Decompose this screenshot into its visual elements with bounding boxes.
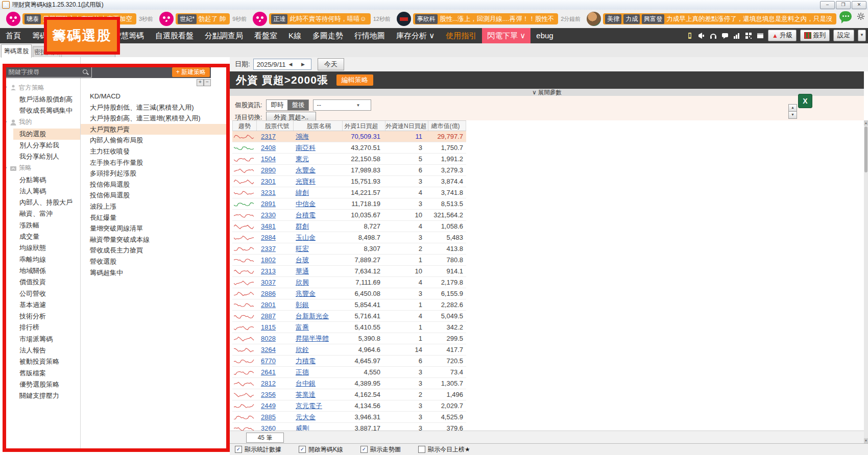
sidebar-item[interactable]: 我的選股 <box>13 129 80 140</box>
strategy-list-item[interactable]: 長紅爆量 <box>81 212 229 223</box>
nav-item-4[interactable]: 自選股看盤 <box>150 28 199 43</box>
sidebar-item[interactable]: 法人報告 <box>13 345 80 356</box>
strategy-list-item[interactable]: 多頭排列起漲股 <box>81 168 229 179</box>
ticker-message-pill[interactable]: 世紀*勃起了 帥 <box>176 13 230 24</box>
strategy-list-item[interactable]: 內部人偷偷布局股 <box>81 135 229 146</box>
nav-item-9[interactable]: 行情地圖 <box>349 28 391 43</box>
sidebar-item[interactable]: 漲跌幅 <box>13 220 80 231</box>
sidebar-item[interactable]: 基本過濾 <box>13 299 80 311</box>
stock-code-link[interactable]: 2313 <box>257 267 294 275</box>
stock-code-link[interactable]: 2891 <box>257 200 294 208</box>
sidebar-group-0[interactable]: ▼官方策略 <box>3 82 44 93</box>
stock-code-link[interactable]: 1815 <box>257 323 294 331</box>
message-icon[interactable] <box>721 32 729 40</box>
column-header-1[interactable]: 股票代號 <box>257 121 294 131</box>
nav-item-0[interactable]: 首頁 <box>0 28 27 43</box>
stock-name-link[interactable]: 群創 <box>294 222 343 231</box>
stock-name-link[interactable]: 台中銀 <box>294 379 343 388</box>
stock-code-link[interactable]: 3260 <box>257 424 294 431</box>
info-dropdown[interactable]: -- ▼ <box>313 99 371 111</box>
stock-code-link[interactable]: 2301 <box>257 178 294 185</box>
stock-code-link[interactable]: 3264 <box>257 346 294 353</box>
table-row[interactable]: 2890永豐金17,989.8363,279.3 <box>232 165 466 176</box>
strategy-list-item[interactable]: 投信佈局選股 <box>81 190 229 201</box>
strategy-list-item[interactable]: 左手換右手作量股 <box>81 157 229 168</box>
stock-badge[interactable]: 事欣科 <box>415 14 438 24</box>
ticker-message[interactable]: 正達此時不賣等待何時，嘻嘻☺12秒前 <box>253 12 391 26</box>
upgrade-button[interactable]: ▲升級 <box>768 30 797 41</box>
table-row[interactable]: 1815富喬5,410.551342.2 <box>232 322 466 333</box>
gear-icon[interactable] <box>857 12 865 20</box>
checkin-button[interactable]: 簽到 <box>800 30 830 41</box>
strategy-list-item[interactable]: 營收成長主力搶買 <box>81 245 229 256</box>
table-row[interactable]: 2884玉山金8,498.735,483 <box>232 232 466 243</box>
stock-badge[interactable]: 正達 <box>271 14 287 24</box>
nav-item-5[interactable]: 分點調查局 <box>199 28 249 43</box>
today-button[interactable]: 今天 <box>318 58 344 70</box>
table-row[interactable]: 2812台中銀4,389.9531,305.7 <box>232 378 466 389</box>
table-row[interactable]: 2641正德4,550373.4 <box>232 367 466 378</box>
date-input[interactable]: 2025/9/11 ◀ ▶ <box>253 59 311 70</box>
qrcode-icon[interactable] <box>744 32 753 40</box>
stock-name-link[interactable]: 威剛 <box>294 424 343 431</box>
scrollbar-down-icon[interactable]: ▼ <box>864 438 868 443</box>
table-row[interactable]: 2317鴻海70,509.311129,797.7 <box>232 131 466 142</box>
ticker-message[interactable]: 事欣科股性...漲上，回測月線....再彈！！股性不2分鐘前 <box>397 12 581 26</box>
table-row[interactable]: 2449京元電子4,134.5632,029.7 <box>232 400 466 412</box>
list-collapse-button[interactable]: − <box>204 79 211 86</box>
strategy-list-item[interactable]: KD/MACD <box>81 91 229 102</box>
sidebar-item[interactable]: 地域關係 <box>13 265 80 276</box>
strategy-list-item[interactable]: 大戶持股創低、連三減(累積登入用) <box>81 102 229 113</box>
stock-name-link[interactable]: 光寶科 <box>294 177 343 186</box>
stock-name-link[interactable]: 京元電子 <box>294 401 343 411</box>
tab-chip-stock-picking[interactable]: 籌碼選股 <box>1 44 32 58</box>
sidebar-group-1[interactable]: ▼我的 <box>3 117 32 128</box>
strategy-list-item[interactable]: 量增突破周線清單 <box>81 223 229 234</box>
sidebar-item[interactable]: 被動投資策略 <box>13 356 80 367</box>
table-row[interactable]: 2337旺宏8,3072413.8 <box>232 243 466 255</box>
strategy-list-item[interactable]: 主力狂收噴發 <box>81 146 229 157</box>
stock-name-link[interactable]: 中信金 <box>294 199 343 209</box>
nav-item-6[interactable]: 看盤室 <box>249 28 283 43</box>
stock-badge[interactable]: 美律 <box>605 14 621 24</box>
table-row[interactable]: 2801彰銀5,854.4112,282.6 <box>232 299 466 311</box>
stock-badge[interactable]: 力成 <box>623 14 640 24</box>
table-row[interactable]: 3260威剛3,887.173379.6 <box>232 423 466 431</box>
stock-name-link[interactable]: 台玻 <box>294 256 343 265</box>
nav-item-12[interactable]: 閃電下單 ∨ <box>482 28 531 43</box>
stock-name-link[interactable]: 旺宏 <box>294 244 343 254</box>
stock-code-link[interactable]: 1802 <box>257 256 294 264</box>
chat-bubble-icon[interactable] <box>839 11 852 21</box>
stock-code-link[interactable]: 2885 <box>257 413 294 421</box>
ticker-message-pill[interactable]: 事欣科股性...漲上，回測月線....再彈！！股性不 <box>413 13 558 24</box>
column-header-0[interactable]: 趨勢 <box>232 121 257 131</box>
column-header-2[interactable]: 股票名稱 <box>294 121 343 131</box>
table-row[interactable]: 3231緯創14,221.5743,741.8 <box>232 187 466 198</box>
close-button[interactable]: ✕ <box>852 1 866 9</box>
nav-item-8[interactable]: 多圖走勢 <box>307 28 349 43</box>
sidebar-item[interactable]: 排行榜 <box>13 322 80 333</box>
display-option-1[interactable]: ✓開啟籌碼K線 <box>299 445 343 454</box>
minimize-button[interactable]: – <box>820 1 835 9</box>
column-header-4[interactable]: 外資連N日買超 <box>385 121 428 131</box>
stock-code-link[interactable]: 2887 <box>257 312 294 320</box>
checkbox-icon[interactable] <box>418 446 425 453</box>
table-row[interactable]: 3037欣興7,111.6942,179.8 <box>232 277 466 288</box>
stock-code-link[interactable]: 3481 <box>257 222 294 230</box>
table-row[interactable]: 1802台玻7,889.271780.8 <box>232 255 466 266</box>
stock-name-link[interactable]: 元大金 <box>294 413 343 422</box>
strategy-list-item[interactable]: 大戶買散戶賣 <box>81 124 229 135</box>
strategy-list-item[interactable]: 投信佈局選股 <box>81 179 229 190</box>
column-header-5[interactable]: 總市值(億) <box>428 121 466 131</box>
table-row[interactable]: 2885元大金3,946.3134,525.9 <box>232 412 466 423</box>
stock-name-link[interactable]: 英業達 <box>294 390 343 399</box>
stock-name-link[interactable]: 正德 <box>294 368 343 377</box>
stock-code-link[interactable]: 2330 <box>257 211 294 219</box>
strategy-list-item[interactable]: 營收選股 <box>81 256 229 267</box>
ticker-message-pill[interactable]: 正達此時不賣等待何時，嘻嘻☺ <box>269 13 370 24</box>
stock-code-link[interactable]: 2812 <box>257 380 294 387</box>
restore-button[interactable]: ❐ <box>836 1 851 9</box>
ticker-message-pill[interactable]: 美律力成興富發力成早上真的差點漲停了，還填息填息是意料之內，只是沒 <box>603 13 836 24</box>
strategy-list-item[interactable]: 融資帶量突破成本線 <box>81 234 229 245</box>
stock-badge[interactable]: 聰泰 <box>25 14 41 24</box>
